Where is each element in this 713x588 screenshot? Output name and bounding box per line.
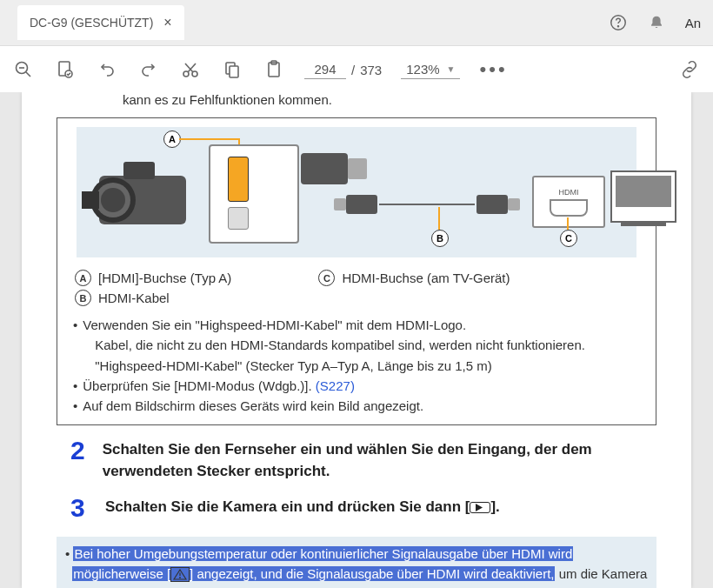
legend: A[HDMI]-Buchse (Typ A) BHDMI-Kabel CHDMI…: [68, 270, 645, 306]
hdmi-diagram: A B HD: [77, 127, 636, 257]
legend-b: HDMI-Kabel: [98, 291, 170, 305]
step-2: 2 Schalten Sie den Fernseher ein und wäh…: [22, 425, 691, 482]
svg-rect-12: [230, 66, 238, 77]
callout-b: B: [431, 230, 449, 247]
step-3: 3 Schalten Sie die Kamera ein und drücke…: [22, 483, 691, 523]
tab-bar: DC-G9 (GESCHÜTZT) × An: [0, 0, 713, 46]
help-icon[interactable]: [609, 13, 628, 32]
page-content: kann es zu Fehlfunktionen kommen. A: [22, 92, 691, 588]
warning-icon: [170, 567, 190, 582]
zoom-dropdown[interactable]: 123% ▼: [401, 60, 460, 79]
toolbar: / 373 123% ▼ •••: [0, 46, 713, 94]
hdmi-socket: HDMI: [532, 176, 605, 228]
svg-marker-21: [476, 504, 483, 511]
truncated-line: kann es zu Fehlfunktionen kommen.: [22, 92, 691, 110]
page-input[interactable]: [304, 60, 346, 79]
hdmi-plug-large: [301, 153, 348, 184]
page-ref-link[interactable]: (S227): [316, 378, 355, 393]
svg-point-19: [101, 188, 125, 212]
link-icon[interactable]: [678, 58, 701, 81]
svg-point-24: [179, 577, 181, 578]
play-icon: [470, 502, 490, 513]
svg-rect-20: [82, 191, 99, 209]
page-control: / 373: [304, 60, 382, 79]
info-box: A B HD: [57, 117, 656, 425]
chevron-down-icon: ▼: [447, 64, 456, 74]
callout-a: A: [163, 130, 181, 148]
edit-pdf-icon[interactable]: [54, 58, 77, 81]
zoom-value: 123%: [406, 62, 439, 77]
note-box: • Bei hoher Umgebungstemperatur oder kon…: [57, 537, 656, 588]
bullet-list: • Verwenden Sie ein "Highspeed-HDMI-Kabe…: [73, 315, 645, 416]
legend-c: HDMI-Buchse (am TV-Gerät): [342, 271, 510, 285]
document-tab[interactable]: DC-G9 (GESCHÜTZT) ×: [17, 5, 184, 40]
signin-link[interactable]: An: [685, 16, 701, 30]
tv-icon: [610, 170, 676, 223]
undo-icon[interactable]: [96, 58, 118, 81]
more-icon[interactable]: •••: [479, 58, 507, 81]
port-panel: [209, 144, 299, 244]
document-viewer: kann es zu Fehlfunktionen kommen. A: [0, 92, 713, 588]
redo-icon[interactable]: [137, 58, 160, 81]
zoom-out-icon[interactable]: [12, 58, 35, 81]
callout-c: C: [560, 230, 577, 247]
cut-icon[interactable]: [179, 58, 202, 81]
svg-rect-16: [123, 162, 155, 179]
svg-line-3: [26, 72, 30, 77]
page-total: 373: [360, 63, 382, 77]
bell-icon[interactable]: [647, 13, 666, 32]
clipboard-icon[interactable]: [263, 58, 285, 81]
svg-point-1: [617, 26, 618, 27]
page-sep: /: [351, 63, 355, 77]
close-icon[interactable]: ×: [163, 15, 171, 30]
tab-title: DC-G9 (GESCHÜTZT): [30, 16, 153, 30]
legend-a: [HDMI]-Buchse (Typ A): [98, 271, 231, 285]
copy-icon[interactable]: [221, 58, 243, 81]
camera-icon: [82, 151, 203, 235]
